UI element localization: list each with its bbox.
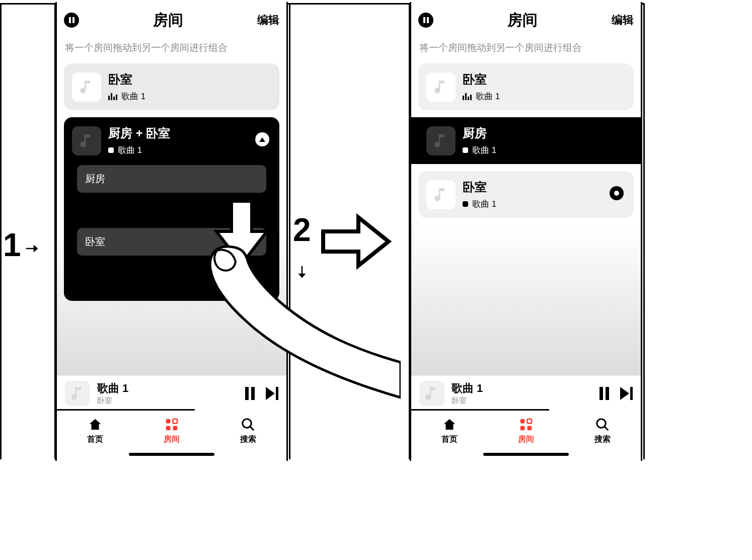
tab-bar: 首页 房间 搜索 <box>57 411 286 451</box>
svg-rect-2 <box>166 426 171 430</box>
big-arrow-right-icon <box>318 211 394 274</box>
tab-label: 搜索 <box>240 434 256 445</box>
tab-bar: 首页 房间 搜索 <box>411 411 641 451</box>
instruction-diagram: 1 2 房间 编辑 将一个房间拖动到另一个房间进行组合 <box>0 0 752 560</box>
badge-icon <box>255 132 269 146</box>
phone-before: 房间 编辑 将一个房间拖动到另一个房间进行组合 卧室 歌曲 1 <box>55 2 288 461</box>
tab-search[interactable]: 搜索 <box>240 417 256 445</box>
room-name: 卧室 <box>108 71 271 88</box>
song-label: 歌曲 1 <box>472 144 496 156</box>
album-art-icon <box>426 180 456 209</box>
album-art-icon <box>419 381 444 406</box>
svg-rect-0 <box>166 419 171 423</box>
home-indicator <box>129 453 214 456</box>
song-label: 歌曲 1 <box>472 198 496 210</box>
home-indicator <box>483 453 569 456</box>
tab-search[interactable]: 搜索 <box>594 417 611 445</box>
progress-bar <box>411 409 549 411</box>
tab-label: 首页 <box>87 434 103 445</box>
room-card-kitchen[interactable]: 厨房 歌曲 1 <box>411 117 641 164</box>
sub-room-bedroom[interactable]: 卧室 <box>77 228 266 256</box>
tab-rooms[interactable]: 房间 <box>518 417 534 445</box>
hint-text: 将一个房间拖动到另一个房间进行组合 <box>65 41 278 54</box>
pause-status-icon[interactable] <box>64 13 79 28</box>
pause-status-icon[interactable] <box>418 13 433 28</box>
svg-rect-8 <box>520 426 525 430</box>
status-dot-icon <box>463 147 468 153</box>
step-1-label: 1 <box>3 226 39 264</box>
tab-rooms[interactable]: 房间 <box>164 417 180 445</box>
step-1-number: 1 <box>3 226 21 264</box>
screen-title: 房间 <box>507 10 538 31</box>
player-room: 卧室 <box>97 396 238 406</box>
next-button-icon[interactable] <box>620 387 633 400</box>
tab-label: 首页 <box>441 434 458 445</box>
svg-line-5 <box>250 426 254 430</box>
badge-icon <box>610 186 624 200</box>
next-button-icon[interactable] <box>266 387 278 400</box>
edit-button[interactable]: 编辑 <box>612 13 634 28</box>
room-card-group[interactable]: 厨房 + 卧室 歌曲 1 厨房 卧室 <box>64 117 279 301</box>
edit-button[interactable]: 编辑 <box>257 13 279 28</box>
svg-rect-1 <box>173 419 178 423</box>
svg-rect-3 <box>173 426 178 430</box>
tab-home[interactable]: 首页 <box>441 417 458 445</box>
song-label: 歌曲 1 <box>476 91 500 102</box>
room-name: 厨房 <box>463 125 626 141</box>
screen-title: 房间 <box>153 10 183 31</box>
player-title: 歌曲 1 <box>452 381 592 396</box>
player-room: 卧室 <box>452 396 592 406</box>
title-bar: 房间 编辑 <box>418 9 634 31</box>
svg-rect-7 <box>528 419 532 423</box>
svg-line-11 <box>605 426 609 430</box>
sub-room-kitchen[interactable]: 厨房 <box>77 165 266 193</box>
album-art-icon <box>65 381 90 406</box>
svg-point-4 <box>243 419 252 428</box>
tab-label: 房间 <box>518 434 534 445</box>
equalizer-icon <box>108 93 117 100</box>
hint-text: 将一个房间拖动到另一个房间进行组合 <box>419 41 633 54</box>
phone-after: 房间 编辑 将一个房间拖动到另一个房间进行组合 卧室 歌曲 1 厨房 <box>410 2 642 461</box>
album-art-icon <box>426 126 456 155</box>
svg-rect-6 <box>520 419 525 423</box>
album-art-icon <box>426 72 456 102</box>
svg-rect-9 <box>528 426 532 430</box>
status-dot-icon <box>108 147 114 153</box>
title-bar: 房间 编辑 <box>64 9 279 31</box>
song-label: 歌曲 1 <box>121 91 145 102</box>
progress-bar <box>57 409 195 411</box>
status-dot-icon <box>463 201 468 207</box>
mini-player[interactable]: 歌曲 1 卧室 <box>411 375 641 411</box>
room-card-bedroom-2[interactable]: 卧室 歌曲 1 <box>418 171 634 218</box>
tab-label: 房间 <box>164 434 180 445</box>
room-name: 卧室 <box>463 179 626 195</box>
svg-point-10 <box>597 419 606 428</box>
arrow-right-icon <box>24 226 39 264</box>
room-name: 卧室 <box>463 71 626 88</box>
album-art-icon <box>72 72 101 102</box>
pause-button-icon[interactable] <box>599 387 609 400</box>
mini-player[interactable]: 歌曲 1 卧室 <box>57 375 286 411</box>
step-2-label: 2 <box>293 211 311 287</box>
step-2-number: 2 <box>293 211 311 249</box>
equalizer-icon <box>463 93 472 100</box>
tab-home[interactable]: 首页 <box>87 417 103 445</box>
room-card-bedroom[interactable]: 卧室 歌曲 1 <box>418 63 634 110</box>
arrow-down-icon <box>294 250 310 287</box>
album-art-icon <box>72 126 101 155</box>
player-title: 歌曲 1 <box>97 381 238 396</box>
song-label: 歌曲 1 <box>118 144 142 156</box>
room-card-bedroom[interactable]: 卧室 歌曲 1 <box>64 63 279 110</box>
room-name: 厨房 + 卧室 <box>108 125 271 141</box>
tab-label: 搜索 <box>594 434 611 445</box>
pause-button-icon[interactable] <box>245 387 255 400</box>
